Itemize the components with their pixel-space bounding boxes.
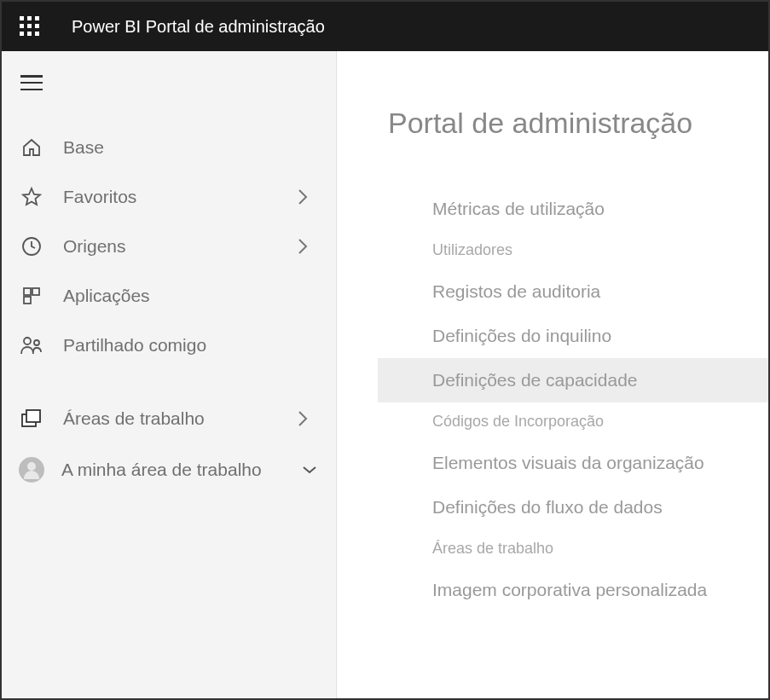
menu-item-users[interactable]: Utilizadores (422, 231, 761, 269)
nav-list: Base Favoritos Origens (2, 123, 336, 496)
svg-rect-7 (26, 410, 40, 422)
menu-item-usage-metrics[interactable]: Métricas de utilização (422, 187, 761, 231)
chevron-right-icon (297, 237, 309, 256)
menu-item-capacity-settings[interactable]: Definições de capacidade (378, 358, 768, 402)
clock-icon (20, 235, 43, 257)
menu-item-embed-codes[interactable]: Códigos de Incorporação (422, 402, 761, 441)
sidebar-item-apps[interactable]: Aplicações (2, 271, 336, 321)
sidebar-item-shared[interactable]: Partilhado comigo (2, 321, 336, 370)
menu-item-audit-logs[interactable]: Registos de auditoria (422, 269, 761, 314)
chevron-right-icon (297, 409, 309, 428)
menu-item-custom-branding[interactable]: Imagem corporativa personalizada (422, 568, 761, 612)
svg-rect-2 (32, 288, 39, 295)
sidebar-item-favorites[interactable]: Favoritos (2, 172, 336, 222)
sidebar-item-label: Partilhado comigo (63, 335, 317, 356)
shared-icon (20, 334, 43, 356)
sidebar-item-my-workspace[interactable]: A minha área de trabalho (2, 443, 336, 496)
left-sidebar: Base Favoritos Origens (2, 51, 337, 698)
header-title: Power BI Portal de administração (72, 17, 325, 37)
sidebar-item-recent[interactable]: Origens (2, 222, 336, 271)
page-title: Portal de administração (388, 107, 761, 140)
main-content: Portal de administração Métricas de util… (337, 51, 768, 698)
svg-point-4 (24, 338, 31, 344)
chevron-right-icon (297, 188, 309, 206)
hamburger-menu-icon[interactable] (2, 60, 61, 106)
sidebar-item-label: Áreas de trabalho (63, 408, 297, 429)
svg-point-5 (34, 340, 39, 345)
app-header: Power BI Portal de administração (2, 2, 768, 51)
sidebar-item-label: Origens (63, 236, 297, 257)
menu-item-tenant-settings[interactable]: Definições do inquilino (422, 314, 761, 358)
admin-menu-list: Métricas de utilização Utilizadores Regi… (388, 187, 761, 612)
svg-rect-1 (24, 288, 31, 295)
menu-item-dataflow-settings[interactable]: Definições do fluxo de dados (422, 485, 761, 529)
sidebar-item-label: Favoritos (63, 187, 297, 207)
menu-item-workspaces[interactable]: Áreas de trabalho (422, 529, 761, 568)
sidebar-item-label: Base (63, 137, 317, 158)
sidebar-item-workspaces[interactable]: Áreas de trabalho (2, 394, 336, 443)
star-icon (20, 186, 43, 208)
apps-icon (20, 285, 43, 307)
sidebar-item-label: A minha área de trabalho (61, 460, 302, 480)
chevron-down-icon (302, 465, 317, 475)
sidebar-item-home[interactable]: Base (2, 123, 336, 172)
app-launcher-icon[interactable] (12, 9, 48, 44)
avatar-icon (19, 457, 44, 483)
svg-rect-3 (24, 297, 31, 304)
body: Base Favoritos Origens (2, 51, 768, 698)
sidebar-item-label: Aplicações (63, 286, 317, 306)
workspaces-icon (20, 408, 43, 430)
menu-item-org-visuals[interactable]: Elementos visuais da organização (422, 441, 761, 485)
home-icon (20, 136, 43, 159)
